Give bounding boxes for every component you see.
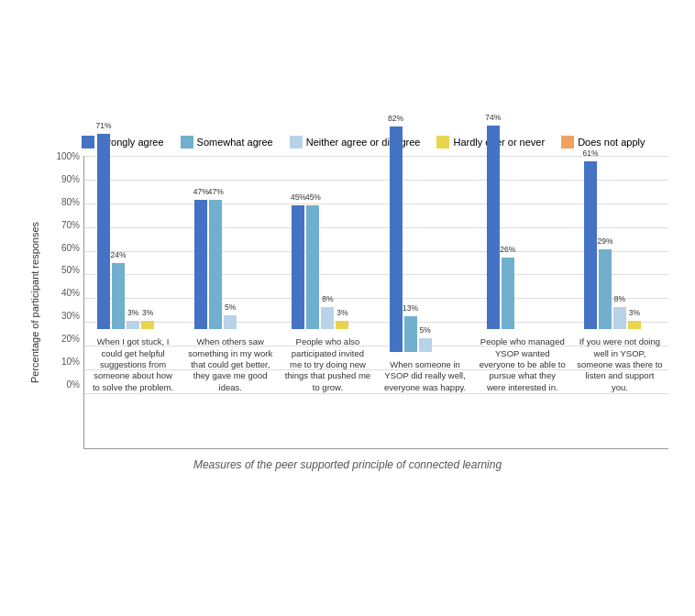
bar-wrap: 74% — [487, 126, 500, 329]
y-tick: 30% — [47, 311, 83, 321]
y-tick: 50% — [47, 265, 83, 275]
bar-value-label: 8% — [322, 294, 333, 303]
bar-wrap: 8% — [613, 307, 626, 329]
bar-value-label: 61% — [582, 148, 598, 158]
bar-value-label: 71% — [96, 121, 112, 130]
bar: 71% — [97, 134, 110, 329]
y-tick: 20% — [47, 334, 83, 344]
bar-value-label: 8% — [614, 294, 625, 303]
bar-wrap: 3% — [336, 321, 348, 329]
bar: 29% — [599, 249, 612, 329]
bar-wrap: 45% — [292, 205, 304, 329]
bars-row: 82%13%5% — [390, 77, 461, 352]
bar-wrap: 82% — [390, 126, 403, 352]
bar: 45% — [292, 205, 304, 329]
bar-wrap: 45% — [306, 205, 319, 329]
bars-row: 61%29%8%3% — [584, 54, 656, 329]
chart-area: Percentage of participant responses 100%… — [27, 156, 668, 449]
bar-wrap: 47% — [194, 200, 207, 329]
bar-wrap: 26% — [502, 258, 514, 329]
y-tick: 80% — [47, 196, 83, 206]
bar-wrap: 5% — [224, 315, 237, 329]
y-tick: 100% — [47, 151, 83, 161]
y-tick: 0% — [47, 379, 83, 389]
bars-row: 47%47%5% — [194, 54, 266, 329]
x-axis-label: If you were not doing well in YSOP, some… — [576, 336, 663, 393]
bar-group: 74%26%People who managed YSOP wanted eve… — [474, 54, 571, 393]
y-tick: 10% — [47, 357, 83, 367]
bar-wrap: 29% — [599, 249, 612, 329]
x-axis-label: When others saw something in my work tha… — [187, 336, 274, 393]
chart-subtitle: Measures of the peer supported principle… — [27, 458, 668, 471]
bar: 82% — [390, 126, 403, 352]
y-ticks: 100%90%80%70%60%50%40%30%20%10%0% — [47, 156, 83, 394]
bar-value-label: 3% — [127, 308, 138, 317]
bar-value-label: 47% — [208, 187, 224, 196]
x-axis-label: People who managed YSOP wanted everyone … — [479, 336, 566, 393]
bar-value-label: 3% — [336, 308, 348, 317]
bar: 8% — [321, 307, 334, 329]
bar: 13% — [404, 316, 417, 352]
bar-value-label: 26% — [500, 245, 515, 254]
bar: 24% — [112, 263, 125, 329]
bar: 74% — [487, 126, 500, 329]
bar-value-label: 29% — [597, 236, 612, 246]
y-tick: 60% — [47, 242, 83, 252]
bar-wrap: 13% — [404, 316, 417, 352]
bars-row: 45%45%8%3% — [292, 54, 363, 329]
bar-value-label: 24% — [111, 250, 127, 259]
bar-group: 82%13%5%When someone in YSOP did really … — [377, 77, 474, 393]
bar: 47% — [194, 200, 207, 329]
y-tick: 90% — [47, 173, 83, 183]
bar-wrap: 3% — [628, 321, 641, 329]
bar-value-label: 74% — [485, 113, 501, 122]
bars-row: 74%26% — [487, 54, 558, 329]
bar-wrap: 47% — [209, 200, 222, 329]
bar-group: 61%29%8%3%If you were not doing well in … — [571, 54, 668, 393]
bar: 26% — [502, 258, 514, 329]
y-axis-label: Percentage of participant responses — [27, 156, 43, 449]
bar-wrap: 61% — [584, 161, 597, 329]
bar-group: 71%24%3%3%When I got stuck, I could get … — [84, 54, 182, 393]
bar: 3% — [628, 321, 641, 329]
y-tick: 70% — [47, 219, 83, 229]
bar: 3% — [141, 321, 154, 329]
bar: 5% — [419, 338, 432, 352]
bar-wrap: 3% — [141, 321, 154, 329]
bar-wrap: 8% — [321, 307, 334, 329]
bar: 3% — [336, 321, 348, 329]
bar-value-label: 13% — [403, 303, 418, 313]
bar: 3% — [127, 321, 139, 329]
bar-value-label: 5% — [419, 325, 430, 335]
bar-value-label: 3% — [142, 308, 153, 317]
bar-value-label: 5% — [225, 302, 236, 312]
y-tick: 40% — [47, 288, 83, 298]
x-axis-label: When someone in YSOP did really well, ev… — [381, 359, 469, 393]
bar-group: 47%47%5%When others saw something in my … — [182, 54, 279, 393]
x-axis-label: When I got stuck, I could get helpful su… — [90, 336, 177, 393]
bar-group: 45%45%8%3%People who also participated i… — [279, 54, 376, 393]
bar: 45% — [306, 205, 319, 329]
bar-value-label: 45% — [291, 192, 306, 202]
bar: 5% — [224, 315, 237, 329]
bar: 61% — [584, 161, 597, 329]
chart-inner: 100%90%80%70%60%50%40%30%20%10%0% 71%24%… — [47, 156, 668, 449]
bar-wrap: 3% — [127, 321, 139, 329]
bar-value-label: 82% — [388, 114, 403, 123]
bar-wrap: 24% — [112, 263, 125, 329]
bar: 47% — [209, 200, 222, 329]
bar-value-label: 3% — [629, 308, 640, 317]
bar-value-label: 47% — [193, 187, 209, 196]
bar-value-label: 45% — [305, 192, 321, 202]
bars-section: 71%24%3%3%When I got stuck, I could get … — [83, 156, 668, 449]
bar-wrap: 5% — [419, 338, 432, 352]
bar: 8% — [613, 307, 626, 329]
bar-wrap: 71% — [97, 134, 110, 329]
chart-container: Strongly agreeSomewhat agreeNeither agre… — [17, 126, 678, 490]
bars-row: 71%24%3%3% — [97, 54, 169, 329]
x-axis-label: People who also participated invited me … — [284, 336, 371, 393]
